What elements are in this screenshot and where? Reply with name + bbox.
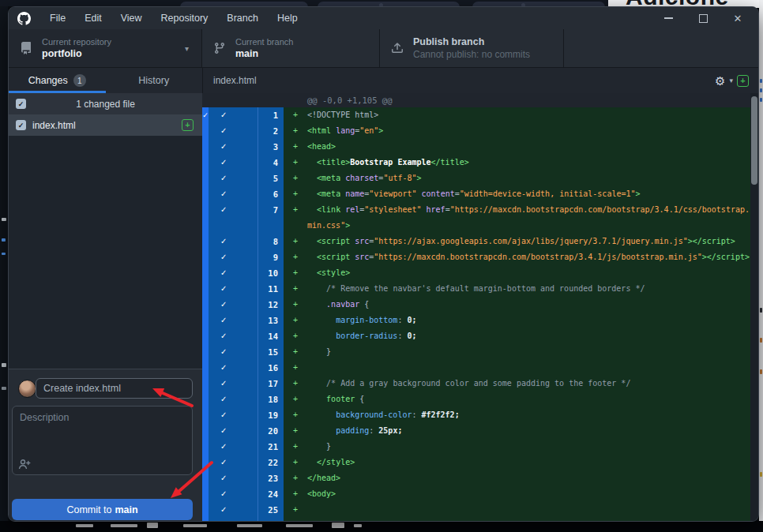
line-number: 20	[257, 423, 284, 439]
background-fragment	[760, 308, 762, 313]
minimize-button[interactable]	[651, 7, 686, 29]
hunk-select-strip[interactable]	[202, 155, 209, 170]
line-include-checkbox[interactable]: ✓	[209, 486, 257, 502]
hunk-select-strip[interactable]: ✓	[202, 107, 209, 123]
line-include-checkbox[interactable]: ✓	[209, 518, 257, 521]
line-include-checkbox[interactable]: ✓	[209, 376, 257, 392]
background-letter-bottom	[76, 524, 93, 527]
line-include-checkbox[interactable]: ✓	[209, 170, 257, 186]
commit-description-input[interactable]: Description	[12, 406, 193, 475]
hunk-select-strip[interactable]	[202, 407, 209, 423]
line-include-checkbox[interactable]: ✓	[209, 202, 257, 218]
hunk-select-strip[interactable]	[202, 518, 209, 521]
line-include-checkbox[interactable]: ✓	[209, 107, 257, 123]
file-row-index-html[interactable]: ✓ index.html +	[9, 114, 202, 136]
changed-files-label: 1 changed file	[76, 99, 135, 110]
hunk-select-strip[interactable]	[202, 470, 209, 486]
line-include-checkbox[interactable]: ✓	[209, 155, 257, 170]
diff-row: min.css">	[202, 218, 750, 234]
line-include-checkbox[interactable]: ✓	[209, 265, 257, 281]
background-fragment	[2, 238, 6, 242]
tab-changes-label: Changes	[28, 75, 68, 86]
hunk-select-strip[interactable]	[202, 486, 209, 502]
hunk-select-strip[interactable]	[202, 328, 209, 344]
line-include-checkbox[interactable]: ✓	[209, 186, 257, 202]
line-include-checkbox[interactable]: ✓	[209, 344, 257, 360]
line-number: 25	[257, 502, 284, 518]
added-line-sign: +	[293, 486, 298, 502]
line-include-checkbox[interactable]: ✓	[209, 439, 257, 455]
diff-row: ✓15+ }	[202, 344, 750, 360]
gear-icon[interactable]: ⚙	[715, 75, 725, 87]
hunk-select-strip[interactable]	[202, 455, 209, 470]
current-repository-label: Current repository	[42, 36, 111, 47]
select-all-checkbox[interactable]: ✓	[16, 99, 26, 109]
diff-row: ✓✓1+<!DOCTYPE html>	[202, 107, 750, 123]
line-include-checkbox[interactable]: ✓	[209, 502, 257, 518]
hunk-select-strip[interactable]	[202, 502, 209, 518]
hunk-select-strip[interactable]	[202, 376, 209, 392]
chevron-down-icon[interactable]: ▾	[729, 77, 733, 84]
hunk-select-strip[interactable]	[202, 234, 209, 249]
commit-summary-input[interactable]: Create index.html	[36, 378, 193, 399]
hunk-select-strip[interactable]	[202, 218, 209, 234]
hunk-select-strip[interactable]	[202, 423, 209, 439]
hunk-select-strip[interactable]	[202, 297, 209, 313]
menu-branch[interactable]: Branch	[217, 7, 268, 29]
tab-history[interactable]: History	[106, 68, 203, 93]
menu-view[interactable]: View	[111, 7, 152, 29]
line-include-checkbox[interactable]: ✓	[209, 297, 257, 313]
code-text: <meta name="viewport" content="width=dev…	[307, 186, 641, 202]
publish-branch-button[interactable]: Publish branch Cannot publish: no commit…	[380, 29, 564, 67]
line-include-checkbox[interactable]: ✓	[209, 281, 257, 297]
close-button[interactable]: ✕	[720, 7, 755, 29]
file-checkbox[interactable]: ✓	[16, 120, 26, 130]
line-include-checkbox[interactable]: ✓	[209, 328, 257, 344]
hunk-select-strip[interactable]	[202, 249, 209, 265]
line-include-checkbox[interactable]	[209, 218, 257, 234]
hunk-select-strip[interactable]	[202, 170, 209, 186]
hunk-select-strip[interactable]	[202, 139, 209, 155]
line-number: 1	[257, 107, 284, 123]
add-coauthor-icon[interactable]	[18, 459, 31, 470]
current-repository-selector[interactable]: Current repository portfolio ▾	[9, 29, 202, 67]
menu-repository[interactable]: Repository	[152, 7, 218, 29]
hunk-select-strip[interactable]	[202, 281, 209, 297]
scrollbar-thumb[interactable]	[751, 96, 757, 185]
commit-button[interactable]: Commit to main	[12, 499, 193, 520]
line-include-checkbox[interactable]: ✓	[209, 123, 257, 139]
line-include-checkbox[interactable]: ✓	[209, 234, 257, 249]
hunk-select-strip[interactable]	[202, 186, 209, 202]
line-include-checkbox[interactable]: ✓	[209, 455, 257, 470]
line-include-checkbox[interactable]: ✓	[209, 139, 257, 155]
hunk-select-strip[interactable]	[202, 392, 209, 407]
line-number: 9	[257, 249, 284, 265]
line-include-checkbox[interactable]: ✓	[209, 360, 257, 376]
tab-changes[interactable]: Changes 1	[9, 68, 106, 93]
hunk-select-strip[interactable]	[202, 344, 209, 360]
line-include-checkbox[interactable]: ✓	[209, 423, 257, 439]
line-include-checkbox[interactable]: ✓	[209, 313, 257, 328]
line-include-checkbox[interactable]: ✓	[209, 470, 257, 486]
hunk-select-strip[interactable]	[202, 202, 209, 218]
added-line-sign: +	[293, 313, 298, 328]
repo-icon	[20, 42, 32, 54]
maximize-button[interactable]	[686, 7, 720, 29]
hunk-select-strip[interactable]	[202, 265, 209, 281]
line-include-checkbox[interactable]: ✓	[209, 407, 257, 423]
added-line-sign: +	[293, 170, 298, 186]
menu-file[interactable]: File	[40, 7, 75, 29]
expand-diff-icon[interactable]: +	[737, 75, 749, 87]
code-line: + </style>	[284, 455, 750, 470]
line-include-checkbox[interactable]: ✓	[209, 392, 257, 407]
hunk-select-strip[interactable]	[202, 439, 209, 455]
hunk-select-strip[interactable]	[202, 360, 209, 376]
hunk-select-strip[interactable]	[202, 313, 209, 328]
current-branch-selector[interactable]: Current branch main	[202, 29, 380, 67]
menu-edit[interactable]: Edit	[75, 7, 111, 29]
diff-scrollbar[interactable]	[750, 93, 758, 521]
line-include-checkbox[interactable]: ✓	[209, 249, 257, 265]
menu-help[interactable]: Help	[268, 7, 307, 29]
added-line-sign: +	[293, 455, 298, 470]
hunk-select-strip[interactable]	[202, 123, 209, 139]
